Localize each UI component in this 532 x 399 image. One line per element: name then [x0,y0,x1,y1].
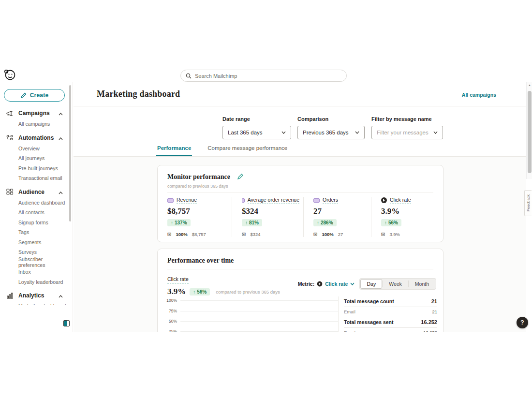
sidebar-item-tags[interactable]: Tags [0,227,68,237]
mailchimp-logo[interactable] [4,68,16,81]
email-icon: ✉ [167,232,171,237]
over-time-summary: Click rate 3.9% ↑ 56% compared to previo… [158,269,443,296]
scroll-up-arrow-icon[interactable]: ▲ [528,84,531,87]
tab-compare-message-performance[interactable]: Compare message performance [207,145,288,156]
revenue-icon [167,198,174,203]
sidebar-item-prebuilt-journeys[interactable]: Pre-built journeys [0,163,68,174]
create-button[interactable]: Create [4,89,65,102]
change-badge: ↑ 137% [167,219,191,226]
change-badge: ↑ 286% [313,219,337,226]
sidebar-item-overview[interactable]: Overview [0,144,68,154]
y-axis-tick: 100% [158,298,180,303]
message-name-placeholder: Filter your messages [377,130,429,135]
change-value: 56% [388,220,398,225]
feedback-label: Feedback [526,194,531,211]
email-breakdown: ✉ 100% 27 [313,232,367,237]
sidebar-item-all-journeys[interactable]: All journeys [0,153,68,163]
click-rate-label[interactable]: Click rate [167,276,189,283]
sidebar-item-audience-dashboard[interactable]: Audience dashboard [0,198,68,208]
email-breakdown: ✉ 100% $8,757 [167,232,228,237]
click-rate-icon [381,197,387,203]
metric-label[interactable]: Orders [323,197,338,204]
sidebar-item-all-campaigns[interactable]: All campaigns [0,119,68,129]
global-search [180,70,347,82]
performance-over-time-card: Performance over time Click rate 3.9% ↑ … [157,249,443,332]
metric-selector-value: Click rate [325,281,348,287]
granularity-day[interactable]: Day [360,279,382,289]
chevron-up-icon [59,291,63,300]
sidebar-item-marketing-dashboard[interactable]: Marketing dashboard [0,301,68,305]
search-icon [186,73,192,79]
metric-label[interactable]: Click rate [390,197,411,204]
sidebar-item-transactional-email[interactable]: Transactional email [0,173,68,183]
granularity-month[interactable]: Month [409,279,435,289]
click-rate-chart: 100% 75% 50% 25% [158,296,338,332]
collapse-sidebar-fill [64,321,67,326]
metrics-row: Revenue $8,757 ↑ 137% ✉ 100% $8,757 [158,193,443,237]
email-icon: ✉ [313,232,317,237]
comparison-filter: Comparison Previous 365 days [297,116,365,139]
chevron-up-icon [59,109,63,118]
click-rate-value: 3.9% [167,287,186,296]
date-range-label: Date range [222,116,291,122]
sidebar-item-all-contacts[interactable]: All contacts [0,207,68,218]
gridline [180,331,338,332]
change-value: 56% [197,289,207,295]
workflow-icon [6,134,14,141]
email-value: 27 [338,232,343,237]
scrollbar-thumb[interactable] [528,91,532,173]
date-range-select[interactable]: Last 365 days [222,126,291,139]
search-input[interactable] [195,73,341,79]
change-badge: ↑ 56% [190,288,210,296]
stat-value: 16.252 [423,330,437,332]
sidebar-item-inbox[interactable]: Inbox [0,267,68,277]
metric-selector-label: Metric: [298,281,314,287]
edit-metrics-button[interactable] [237,173,244,182]
chevron-up-icon [59,188,63,196]
average-order-revenue-icon [242,198,245,203]
granularity-week[interactable]: Week [383,279,408,289]
email-percent: 100% [322,232,333,237]
sidebar-item-analytics[interactable]: Analytics [0,290,68,301]
sidebar-item-segments[interactable]: Segments [0,237,68,248]
granularity-toggle: Day Week Month [359,278,436,290]
top-bar [0,68,532,82]
orders-icon [313,198,320,203]
stat-label: Total message count [344,298,394,304]
bar-chart-icon [6,293,14,299]
stat-value: 16.252 [421,319,437,325]
collapse-sidebar-button[interactable] [63,320,70,326]
arrow-up-icon: ↑ [317,220,319,225]
metric-label[interactable]: Average order revenue [248,197,299,204]
comparison-select[interactable]: Previous 365 days [297,126,365,139]
monitor-performance-title: Monitor performance [167,173,230,181]
stat-total-message-count: Total message count 21 [344,296,437,307]
comparison-value: Previous 365 days [303,130,349,135]
sidebar-item-subscriber-preferences[interactable]: Subscriber preferences [0,257,68,267]
feedback-tab[interactable]: Feedback [524,190,532,216]
sidebar-item-audience[interactable]: Audience [0,186,68,198]
sidebar-item-surveys[interactable]: Surveys [0,247,68,257]
main-scrollbar[interactable]: ▲ [526,82,532,179]
divider [338,296,339,332]
sidebar-item-automations[interactable]: Automations [0,132,68,144]
sidebar-scrollbar[interactable] [69,85,71,222]
tab-performance[interactable]: Performance [156,145,192,156]
change-badge: ↑ 81% [242,219,262,226]
dashboard-content: Monitor performance compared to previous… [74,157,526,332]
metric-selector[interactable]: Metric: Click rate [298,281,355,287]
arrow-up-icon: ↑ [384,220,387,225]
sidebar-item-campaigns[interactable]: Campaigns [0,107,68,119]
comparison-label: Comparison [297,116,365,122]
all-campaigns-link[interactable]: All campaigns [462,92,496,98]
sidebar: Create Campaigns All campaigns Automatio… [0,82,73,332]
metric-label[interactable]: Revenue [177,197,197,204]
help-button[interactable]: ? [517,317,528,328]
sidebar-item-loyalty-leaderboard[interactable]: Loyalty leaderboard [0,277,68,287]
message-name-select[interactable]: Filter your messages [371,126,443,139]
email-icon: ✉ [242,232,246,237]
change-badge: ↑ 56% [381,219,401,226]
sidebar-item-signup-forms[interactable]: Signup forms [0,218,68,228]
over-time-body: 100% 75% 50% 25% Total message count 21 … [158,296,443,332]
sidebar-nav: Campaigns All campaigns Automations Over… [0,107,68,305]
